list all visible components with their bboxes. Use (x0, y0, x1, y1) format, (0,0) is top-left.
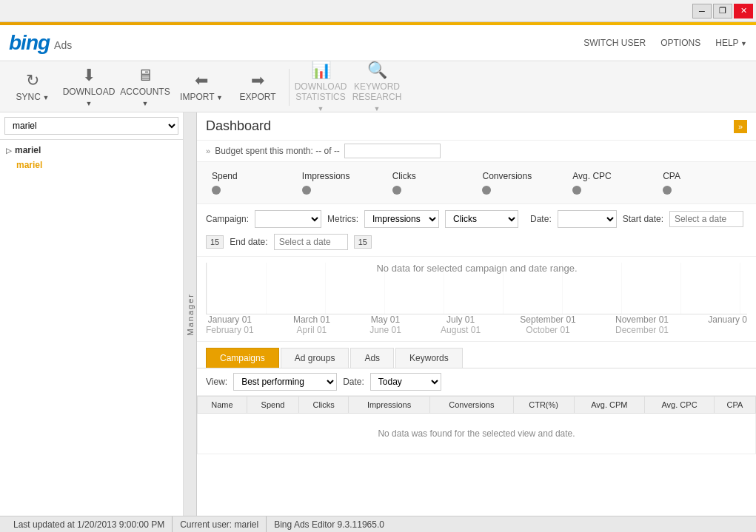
options-button[interactable]: OPTIONS (660, 38, 700, 48)
end-date-input[interactable] (274, 234, 348, 250)
help-button[interactable]: HELP (715, 38, 747, 48)
manager-label-text: Manager (186, 293, 195, 335)
download-statistics-button[interactable]: 📊 DOWNLOAD STATISTICS (294, 66, 347, 109)
chart-no-data-text: No data for selected campaign and date r… (207, 263, 747, 274)
col-conversions: Conversions (430, 397, 514, 414)
sidebar-tree: ▷ mariel mariel (0, 140, 183, 516)
stat-conversions: Conversions (476, 168, 566, 198)
budget-text: Budget spent this month: -- of -- (215, 146, 340, 156)
sidebar: mariel ▷ mariel mariel (0, 112, 184, 516)
stat-conversions-indicator (482, 186, 491, 195)
export-button[interactable]: ➡ EXPORT (231, 66, 284, 109)
table-date-select[interactable]: Today Yesterday Last 7 days (370, 373, 441, 391)
sidebar-account-dropdown[interactable]: mariel (4, 117, 178, 135)
switch-user-button[interactable]: SWITCH USER (583, 38, 646, 48)
tab-campaigns[interactable]: Campaigns (206, 348, 279, 368)
status-version: Bing Ads Editor 9.3.11965.0 (267, 516, 392, 532)
manager-label-panel: Manager (184, 112, 197, 516)
dashboard-expand-button[interactable]: » (734, 120, 747, 133)
download-icon: ⬇ (82, 66, 96, 85)
col-avg-cpc: Avg. CPC (645, 397, 715, 414)
sidebar-item-label-parent: mariel (15, 145, 41, 155)
accounts-icon: 🖥 (137, 66, 153, 85)
date-preset-select[interactable] (558, 210, 617, 228)
col-cpa: CPA (714, 397, 755, 414)
download-button[interactable]: ⬇ DOWNLOAD (62, 66, 116, 109)
status-last-updated: Last updated at 1/20/2013 9:00:00 PM (6, 516, 173, 532)
campaign-select[interactable] (255, 210, 321, 228)
import-icon: ⬅ (195, 71, 208, 90)
secondary-metrics-select[interactable]: Clicks Impressions Spend CPA (445, 210, 518, 228)
col-impressions: Impressions (349, 397, 430, 414)
keyword-research-button[interactable]: 🔍 KEYWORD RESEARCH (350, 66, 404, 109)
download-statistics-icon: 📊 (311, 61, 331, 80)
end-date-label: End date: (230, 237, 267, 247)
controls-row: Campaign: Metrics: Impressions Clicks Sp… (197, 204, 756, 257)
export-label: EXPORT (239, 92, 275, 102)
table-no-data-row: No data was found for the selected view … (198, 414, 756, 454)
titlebar: ─ ❐ ✕ (0, 0, 756, 22)
view-select[interactable]: Best performing All campaigns Enabled on… (233, 373, 337, 391)
main-layout: mariel ▷ mariel mariel Manager Dashboard… (0, 112, 756, 516)
stat-spend-label: Spend (212, 171, 238, 181)
expand-icon: ▷ (6, 147, 12, 155)
tab-ad-groups[interactable]: Ad groups (281, 348, 349, 368)
stat-impressions-indicator (302, 186, 311, 195)
restore-button[interactable]: ❐ (713, 4, 732, 18)
col-name: Name (198, 397, 247, 414)
stat-conversions-label: Conversions (482, 171, 532, 181)
download-label: DOWNLOAD (63, 87, 116, 108)
col-spend: Spend (247, 397, 298, 414)
minimize-button[interactable]: ─ (692, 4, 712, 18)
expand-arrow: » (206, 147, 210, 155)
col-ctr: CTR(%) (513, 397, 574, 414)
sidebar-item-mariel-parent[interactable]: ▷ mariel (0, 143, 183, 158)
chart-label-sep: September 01October 01 (520, 314, 575, 335)
import-button[interactable]: ⬅ IMPORT (175, 66, 228, 109)
dashboard: Dashboard » » Budget spent this month: -… (197, 112, 756, 516)
chart-label-jan: January 01February 01 (206, 314, 254, 335)
sync-label: SYNC (16, 92, 50, 102)
col-clicks: Clicks (299, 397, 349, 414)
sidebar-header: mariel (0, 112, 183, 140)
sync-icon: ↻ (26, 71, 39, 90)
metrics-select[interactable]: Impressions Clicks Spend Conversions (364, 210, 439, 228)
budget-input[interactable] (344, 144, 441, 158)
close-button[interactable]: ✕ (734, 4, 753, 18)
start-calendar-button[interactable]: 15 (206, 235, 224, 249)
chart-label-may: May 01June 01 (369, 314, 401, 335)
tabs-row: Campaigns Ad groups Ads Keywords (197, 342, 756, 368)
keyword-research-icon: 🔍 (367, 61, 387, 80)
chart-area: No data for selected campaign and date r… (197, 257, 756, 342)
tab-keywords[interactable]: Keywords (395, 348, 463, 368)
start-date-input[interactable] (669, 211, 743, 227)
tab-ads[interactable]: Ads (350, 348, 394, 368)
stat-clicks: Clicks (387, 168, 477, 198)
stat-cpa-indicator (663, 186, 672, 195)
chart-label-nov: November 01December 01 (615, 314, 669, 335)
sync-button[interactable]: ↻ SYNC (6, 66, 59, 109)
col-avg-cpm: Avg. CPM (574, 397, 645, 414)
logo-ads: Ads (54, 39, 72, 51)
table-date-label: Date: (343, 377, 364, 387)
sidebar-item-mariel-child[interactable]: mariel (0, 158, 183, 172)
header-nav: SWITCH USER OPTIONS HELP (583, 38, 747, 48)
view-row: View: Best performing All campaigns Enab… (197, 368, 756, 396)
metrics-label: Metrics: (327, 214, 358, 224)
stat-avg-cpc-indicator (572, 186, 581, 195)
keyword-research-label: KEYWORD RESEARCH (352, 81, 402, 113)
chart-label-jul: July 01August 01 (441, 314, 481, 335)
dashboard-title: Dashboard (206, 118, 271, 134)
stat-impressions: Impressions (296, 168, 387, 198)
end-calendar-button[interactable]: 15 (354, 235, 372, 249)
stat-clicks-label: Clicks (392, 171, 416, 181)
stat-spend-indicator (212, 186, 221, 195)
toolbar: ↻ SYNC ⬇ DOWNLOAD 🖥 ACCOUNTS ⬅ IMPORT ➡ … (0, 62, 756, 112)
app-header: bing Ads SWITCH USER OPTIONS HELP (0, 25, 756, 62)
accounts-button[interactable]: 🖥 ACCOUNTS (118, 66, 172, 109)
stats-row: Spend Impressions Clicks Conversions Avg… (197, 162, 756, 204)
chart-label-mar: March 01April 01 (293, 314, 330, 335)
export-icon: ➡ (251, 71, 264, 90)
campaigns-table: Name Spend Clicks Impressions Conversion… (197, 396, 756, 454)
download-statistics-label: DOWNLOAD STATISTICS (295, 81, 347, 113)
